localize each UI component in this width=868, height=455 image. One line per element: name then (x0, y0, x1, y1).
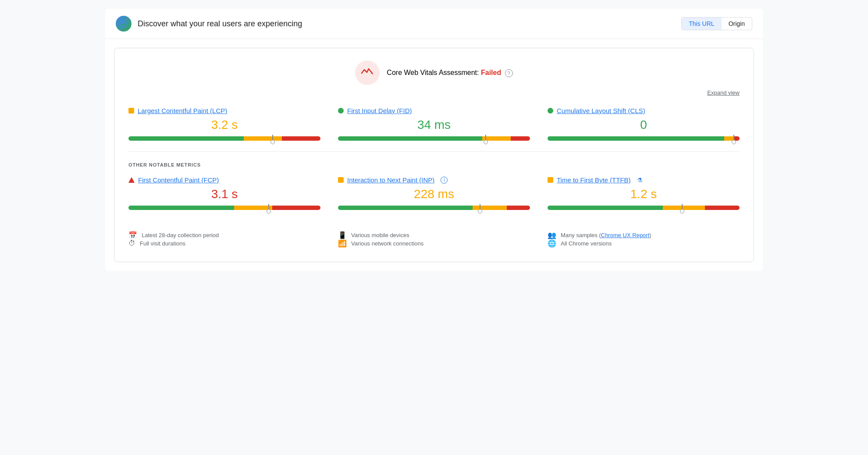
bar-red-lcp (282, 136, 320, 141)
metric-label-lcp: Largest Contentful Paint (LCP) (128, 107, 320, 114)
metric-name-lcp[interactable]: Largest Contentful Paint (LCP) (138, 107, 227, 114)
bar-marker-fid (485, 135, 486, 142)
footer-item: ⏱Full visit durations (128, 239, 320, 247)
inp-info-icon[interactable]: i (441, 177, 448, 184)
metric-ttfb: Time to First Byte (TTFB)⚗ 1.2 s (548, 176, 740, 210)
assessment-text: Core Web Vitals Assessment: Failed ? (387, 69, 512, 77)
header-left: Discover what your real users are experi… (116, 16, 302, 32)
progress-bar-inp (338, 206, 530, 210)
bar-red-inp (507, 206, 530, 210)
progress-bar-lcp (128, 136, 320, 141)
bar-green-fcp (128, 206, 234, 210)
metric-value-cls: 0 (548, 118, 740, 132)
progress-bar-fid (338, 136, 530, 141)
footer-icon: 🌐 (548, 239, 556, 248)
footer-text: All Chrome versions (561, 240, 612, 247)
footer-info: 📅Latest 28-day collection period⏱Full vi… (128, 224, 740, 248)
footer-text: Various network connections (351, 240, 423, 247)
footer-col3: 👥Many samples (Chrome UX Report)🌐All Chr… (548, 231, 740, 248)
footer-icon: 📅 (128, 231, 137, 239)
footer-item: 📅Latest 28-day collection period (128, 231, 320, 239)
footer-icon: ⏱ (128, 239, 135, 247)
metric-value-lcp: 3.2 s (128, 118, 320, 132)
metric-label-cls: Cumulative Layout Shift (CLS) (548, 107, 740, 114)
progress-bar-fcp (128, 206, 320, 210)
bar-track-lcp (128, 136, 320, 141)
metric-name-inp[interactable]: Interaction to Next Paint (INP) (347, 176, 434, 184)
progress-bar-cls (548, 136, 740, 141)
bar-orange-ttfb (663, 206, 705, 210)
metric-name-ttfb[interactable]: Time to First Byte (TTFB) (557, 176, 631, 184)
bar-track-inp (338, 206, 530, 210)
bar-track-ttfb (548, 206, 740, 210)
bar-marker-ttfb (682, 204, 683, 212)
bar-track-fcp (128, 206, 320, 210)
app-container: Discover what your real users are experi… (105, 9, 763, 271)
header: Discover what your real users are experi… (105, 9, 763, 39)
bar-green-lcp (128, 136, 244, 141)
footer-item: 👥Many samples (Chrome UX Report) (548, 231, 740, 239)
assessment-row: Core Web Vitals Assessment: Failed ? (355, 60, 512, 85)
page-title: Discover what your real users are experi… (138, 19, 302, 28)
assessment-section: Core Web Vitals Assessment: Failed ? Exp… (128, 60, 740, 96)
url-origin-toggle: This URL Origin (681, 17, 752, 30)
bar-marker-cls (733, 135, 734, 142)
assessment-info-icon[interactable]: ? (505, 69, 513, 77)
app-icon (116, 16, 132, 32)
other-metrics-grid: First Contentful Paint (FCP) 3.1 s Inter… (128, 176, 740, 210)
metric-value-inp: 228 ms (338, 187, 530, 201)
metric-label-ttfb: Time to First Byte (TTFB)⚗ (548, 176, 740, 184)
footer-icon: 👥 (548, 231, 556, 239)
ttfb-beaker-icon: ⚗ (637, 177, 643, 184)
core-metrics-grid: Largest Contentful Paint (LCP) 3.2 s Fir… (128, 107, 740, 141)
bar-orange-lcp (244, 136, 282, 141)
failed-icon (361, 67, 374, 79)
footer-col2: 📱Various mobile devices📶Various network … (338, 231, 530, 248)
metric-lcp: Largest Contentful Paint (LCP) 3.2 s (128, 107, 320, 141)
footer-icon: 📱 (338, 231, 347, 239)
footer-icon: 📶 (338, 239, 347, 248)
metric-cls: Cumulative Layout Shift (CLS) 0 (548, 107, 740, 141)
section-divider (128, 151, 740, 152)
this-url-button[interactable]: This URL (682, 18, 721, 30)
metric-name-fcp[interactable]: First Contentful Paint (FCP) (138, 176, 219, 184)
bar-track-fid (338, 136, 530, 141)
bar-green-ttfb (548, 206, 663, 210)
bar-marker-fcp (268, 204, 269, 212)
main-card: Core Web Vitals Assessment: Failed ? Exp… (114, 48, 754, 262)
footer-text: Full visit durations (140, 240, 185, 247)
footer-item: 🌐All Chrome versions (548, 239, 740, 248)
bar-red-fid (511, 136, 530, 141)
metric-fcp: First Contentful Paint (FCP) 3.1 s (128, 176, 320, 210)
metric-inp: Interaction to Next Paint (INP)i 228 ms (338, 176, 530, 210)
metric-label-fid: First Input Delay (FID) (338, 107, 530, 114)
expand-view-link[interactable]: Expand view (707, 89, 740, 96)
assessment-title: Core Web Vitals Assessment: (387, 69, 479, 76)
bar-orange-inp (473, 206, 507, 210)
footer-link[interactable]: Chrome UX Report (601, 232, 650, 238)
metric-value-ttfb: 1.2 s (548, 187, 740, 201)
assessment-status: Failed (481, 69, 501, 76)
footer-col1: 📅Latest 28-day collection period⏱Full vi… (128, 231, 320, 248)
bar-green-inp (338, 206, 473, 210)
footer-item: 📱Various mobile devices (338, 231, 530, 239)
metric-name-cls[interactable]: Cumulative Layout Shift (CLS) (557, 107, 645, 114)
metric-label-inp: Interaction to Next Paint (INP)i (338, 176, 530, 184)
metric-name-fid[interactable]: First Input Delay (FID) (347, 107, 412, 114)
metric-fid: First Input Delay (FID) 34 ms (338, 107, 530, 141)
bar-green-fid (338, 136, 482, 141)
bar-green-cls (548, 136, 724, 141)
bar-marker-lcp (272, 135, 273, 142)
footer-text: Various mobile devices (351, 232, 409, 238)
bar-red-ttfb (705, 206, 740, 210)
bar-track-cls (548, 136, 740, 141)
other-metrics-label: OTHER NOTABLE METRICS (128, 162, 740, 167)
metric-label-fcp: First Contentful Paint (FCP) (128, 176, 320, 184)
origin-button[interactable]: Origin (722, 18, 752, 30)
bar-marker-inp (480, 204, 480, 212)
footer-item: 📶Various network connections (338, 239, 530, 248)
footer-text: Many samples (Chrome UX Report) (561, 232, 651, 238)
metric-value-fid: 34 ms (338, 118, 530, 132)
bar-red-fcp (272, 206, 320, 210)
progress-bar-ttfb (548, 206, 740, 210)
